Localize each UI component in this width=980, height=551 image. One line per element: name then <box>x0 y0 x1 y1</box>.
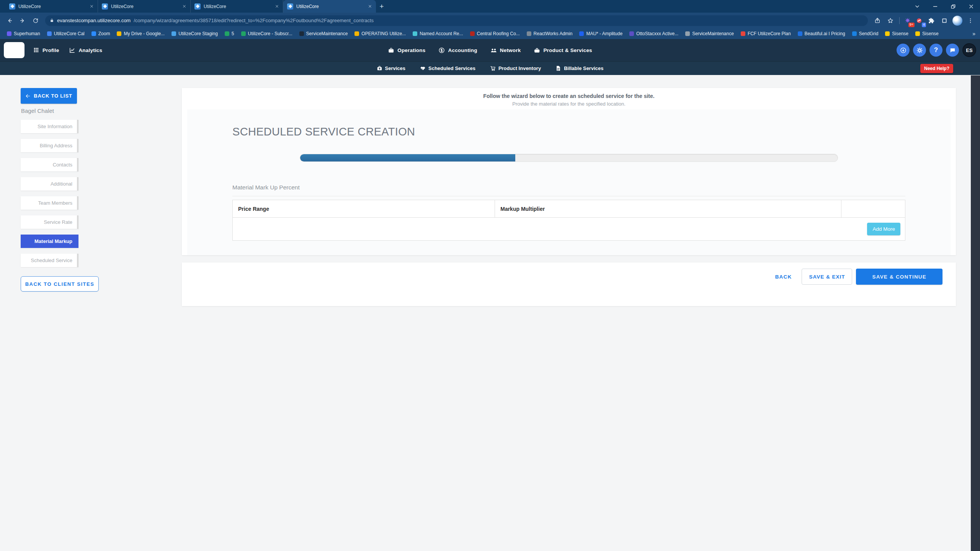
subnav-scheduled-services[interactable]: Scheduled Services <box>420 65 475 71</box>
extension-red-circle-icon[interactable]: 4 <box>913 15 925 26</box>
download-button[interactable] <box>897 44 910 57</box>
browser-tab[interactable]: UtilizeCore <box>5 0 98 13</box>
company-logo[interactable] <box>4 42 24 58</box>
wizard-step[interactable]: Contacts <box>21 158 78 171</box>
restore-icon[interactable] <box>944 0 962 13</box>
tab-close-icon[interactable] <box>182 4 186 8</box>
subnav-label: Billable Services <box>564 65 603 71</box>
extension-badge: 4 <box>922 23 926 27</box>
back-icon[interactable] <box>3 14 16 27</box>
settings-button[interactable] <box>913 44 926 57</box>
save-and-continue-button[interactable]: SAVE & CONTINUE <box>856 269 942 285</box>
back-to-client-sites-button[interactable]: BACK TO CLIENT SITES <box>21 276 99 292</box>
minimize-icon[interactable] <box>926 0 944 13</box>
bookmark-item[interactable]: OttoStacxxx Active... <box>626 30 681 37</box>
bookmark-item[interactable]: My Drive - Google... <box>114 30 168 37</box>
close-icon[interactable] <box>962 0 980 13</box>
dollar-badge-icon <box>438 47 445 54</box>
bookmark-label: Superhuman <box>14 31 40 36</box>
user-avatar[interactable]: ES <box>962 43 976 57</box>
nav-analytics[interactable]: Analytics <box>69 47 102 54</box>
browser-tab[interactable]: UtilizeCore <box>98 0 191 13</box>
add-more-button[interactable]: Add More <box>867 223 900 235</box>
bookmark-item[interactable]: MAU* - Amplitude <box>576 30 626 37</box>
nav-accounting[interactable]: Accounting <box>438 47 477 54</box>
bookmark-item[interactable]: ServiceMaintenance <box>296 30 351 37</box>
bookmark-item[interactable]: OPERATING Utilize... <box>351 30 409 37</box>
chrome-profile-avatar[interactable] <box>951 14 964 27</box>
bookmark-item[interactable]: Beautiful.ai I Pricing <box>795 30 848 37</box>
wizard-step-label: Service Rate <box>44 219 72 225</box>
markup-table: Price Range Markup Multiplier Add More <box>232 200 905 241</box>
wizard-step[interactable]: Service Rate <box>21 215 78 229</box>
bookmark-star-icon[interactable] <box>884 14 897 27</box>
nav-profile[interactable]: Profile <box>33 47 59 54</box>
bookmark-label: Zoom <box>98 31 110 36</box>
bookmark-item[interactable]: 5 <box>222 30 237 37</box>
wizard-body: SCHEDULED SERVICE CREATION Material Mark… <box>187 109 951 255</box>
need-help-button[interactable]: Need Help? <box>920 64 953 73</box>
help-button[interactable]: ? <box>929 44 942 57</box>
reload-icon[interactable] <box>29 14 42 27</box>
subnav-services[interactable]: Services <box>377 65 406 71</box>
wizard-step[interactable]: Material Markup <box>21 235 78 248</box>
chrome-menu-dots-icon[interactable] <box>964 14 977 27</box>
bookmark-item[interactable]: UtilizeCore Cal <box>44 30 88 37</box>
bookmarks-overflow-chevron[interactable]: » <box>972 31 975 37</box>
bookmark-label: SendGrid <box>859 31 879 36</box>
bookmark-favicon <box>470 31 475 36</box>
save-and-exit-button[interactable]: SAVE & EXIT <box>802 269 852 285</box>
bookmark-item[interactable]: Sisense <box>912 30 942 37</box>
download-icon <box>900 47 906 54</box>
back-button[interactable]: BACK <box>775 269 792 285</box>
wizard-step[interactable]: Scheduled Service <box>21 254 78 267</box>
bookmark-item[interactable]: UtilizeCore Staging <box>168 30 221 37</box>
page-scrollbar[interactable] <box>971 75 980 551</box>
tab-strip: UtilizeCore UtilizeCore UtilizeCore Util… <box>0 0 980 13</box>
nav-product-services[interactable]: Product & Services <box>534 47 592 54</box>
wizard-step[interactable]: Billing Address <box>21 139 78 152</box>
tab-title: UtilizeCore <box>18 4 87 9</box>
back-to-list-label: BACK TO LIST <box>34 93 72 99</box>
page-title: SCHEDULED SERVICE CREATION <box>232 126 905 138</box>
wizard-step[interactable]: Site Information <box>21 120 78 133</box>
browser-tab[interactable]: UtilizeCore <box>191 0 283 13</box>
nav-network[interactable]: Network <box>490 47 521 54</box>
browser-tab[interactable]: UtilizeCore <box>283 0 376 13</box>
tab-close-icon[interactable] <box>368 4 372 8</box>
chat-button[interactable] <box>946 44 959 57</box>
forward-icon[interactable] <box>16 14 29 27</box>
wizard-footer: BACK SAVE & EXIT SAVE & CONTINUE <box>182 262 956 306</box>
tab-close-icon[interactable] <box>90 4 94 8</box>
bookmark-item[interactable]: ServiceMaintenance <box>682 30 737 37</box>
bookmark-item[interactable]: UtilizeCore - Subscr... <box>238 30 296 37</box>
bookmark-item[interactable]: SendGrid <box>849 30 882 37</box>
subnav-product-inventory[interactable]: Product Inventory <box>490 65 541 71</box>
bookmark-item[interactable]: ReactWorks Admin <box>524 30 576 37</box>
back-to-list-button[interactable]: BACK TO LIST <box>21 88 77 104</box>
briefcase-icon <box>388 47 394 54</box>
tab-close-icon[interactable] <box>275 4 279 8</box>
bookmark-item[interactable]: Named Account Re... <box>410 30 466 37</box>
bookmark-favicon <box>172 31 176 36</box>
bookmark-label: ServiceMaintenance <box>306 31 348 36</box>
bookmark-label: UtilizeCore Cal <box>54 31 85 36</box>
url-bar[interactable]: evanstestcompan.utilizecore.com/company/… <box>45 15 868 26</box>
bookmark-item[interactable]: Superhuman <box>4 30 43 37</box>
bookmark-item[interactable]: Central Roofing Co... <box>467 30 523 37</box>
share-icon[interactable] <box>871 14 884 27</box>
bookmark-label: OPERATING Utilize... <box>361 31 406 36</box>
bookmark-item[interactable]: FCF UtilizeCore Plan <box>738 30 794 37</box>
wizard-step[interactable]: Team Members <box>21 196 78 210</box>
extension-starburst-icon[interactable]: 9+ <box>902 15 913 26</box>
new-tab-button[interactable]: + <box>376 0 387 13</box>
bookmark-item[interactable]: Zoom <box>88 30 113 37</box>
extension-square-icon[interactable] <box>938 14 951 27</box>
subnav-billable-services[interactable]: Billable Services <box>555 65 603 71</box>
progress-bar-fill <box>300 154 515 161</box>
bookmark-item[interactable]: Sisense <box>882 30 911 37</box>
extensions-puzzle-icon[interactable] <box>925 14 938 27</box>
wizard-step[interactable]: Additional <box>21 177 78 191</box>
nav-operations[interactable]: Operations <box>388 47 425 54</box>
tab-search-chevron-icon[interactable] <box>908 0 926 13</box>
